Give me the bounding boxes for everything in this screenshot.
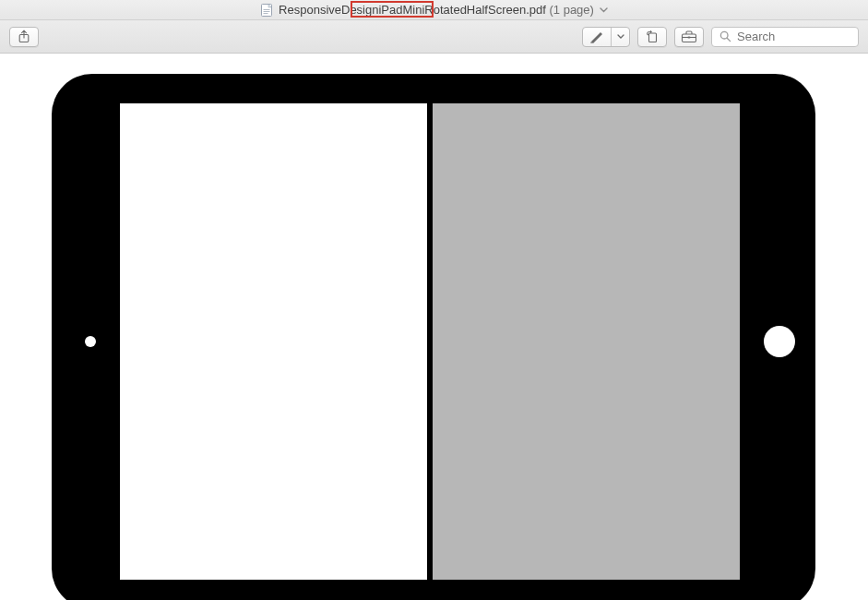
markup-segmented-control[interactable] — [582, 27, 630, 47]
svg-rect-7 — [688, 36, 690, 38]
search-field[interactable] — [711, 27, 859, 47]
window-filename: ResponsiveDesigniPadMiniRotatedHalfScree… — [279, 3, 546, 17]
document-viewport[interactable] — [0, 54, 868, 600]
inspector-button[interactable] — [674, 27, 704, 47]
svg-rect-5 — [649, 33, 657, 42]
rotate-icon — [645, 30, 660, 43]
chevron-down-icon — [600, 7, 608, 13]
markup-button[interactable] — [583, 28, 611, 46]
svg-rect-1 — [264, 9, 270, 10]
search-icon — [719, 30, 731, 42]
markup-dropdown[interactable] — [611, 28, 629, 46]
title-dropdown[interactable]: ResponsiveDesigniPadMiniRotatedHalfScree… — [260, 3, 608, 17]
split-pane-left — [120, 103, 427, 580]
rotate-button[interactable] — [637, 27, 667, 47]
split-pane-right — [433, 103, 740, 580]
ipad-device-illustration — [52, 74, 815, 600]
document-icon — [260, 4, 273, 17]
toolbox-icon — [681, 30, 697, 43]
window-titlebar: ResponsiveDesigniPadMiniRotatedHalfScree… — [0, 0, 868, 20]
share-icon — [18, 30, 30, 43]
window-page-info: (1 page) — [549, 3, 593, 17]
pencil-icon — [589, 30, 604, 43]
ipad-camera-dot — [85, 336, 96, 347]
chevron-down-icon — [617, 34, 624, 40]
search-input[interactable] — [737, 30, 868, 43]
svg-rect-3 — [264, 13, 268, 14]
ipad-screen — [120, 103, 740, 580]
svg-rect-2 — [264, 11, 270, 12]
toolbar — [0, 20, 868, 54]
ipad-home-button — [764, 326, 795, 357]
share-button[interactable] — [9, 27, 39, 47]
